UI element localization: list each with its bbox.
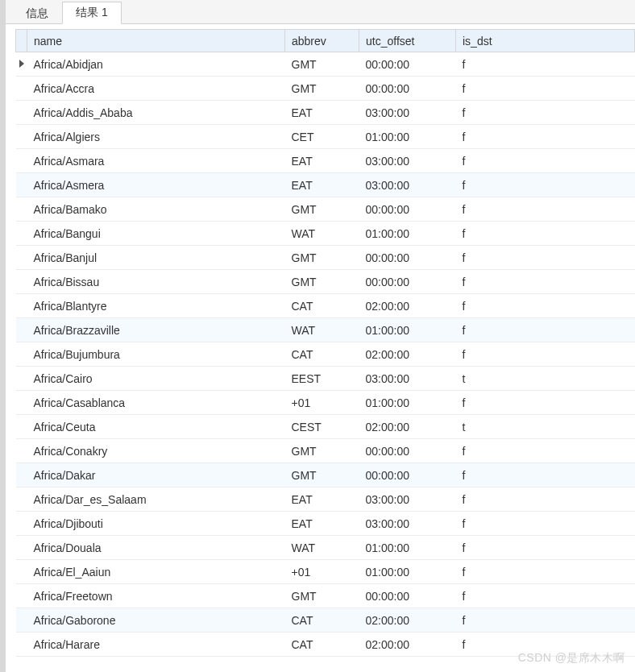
cell-utc_offset[interactable]: 00:00:00 — [359, 246, 456, 270]
cell-utc_offset[interactable]: 01:00:00 — [359, 318, 456, 342]
cell-abbrev[interactable]: CAT — [285, 342, 359, 367]
cell-utc_offset[interactable]: 00:00:00 — [359, 439, 456, 463]
table-row[interactable]: Africa/CeutaCEST02:00:00t — [16, 415, 635, 439]
cell-is_dst[interactable]: t — [456, 367, 635, 391]
table-row[interactable]: Africa/El_Aaiun+0101:00:00f — [16, 560, 635, 584]
cell-is_dst[interactable]: f — [456, 342, 635, 367]
cell-utc_offset[interactable]: 02:00:00 — [359, 342, 456, 367]
table-row[interactable]: Africa/DakarGMT00:00:00f — [16, 463, 635, 487]
cell-utc_offset[interactable]: 01:00:00 — [359, 536, 456, 560]
cell-utc_offset[interactable]: 03:00:00 — [359, 487, 456, 512]
column-header-is-dst[interactable]: is_dst — [456, 30, 635, 52]
cell-is_dst[interactable]: f — [456, 487, 635, 512]
cell-abbrev[interactable]: EAT — [285, 173, 359, 197]
cell-utc_offset[interactable]: 01:00:00 — [359, 391, 456, 415]
cell-is_dst[interactable]: f — [456, 101, 635, 125]
cell-name[interactable]: Africa/Abidjan — [27, 52, 285, 77]
cell-utc_offset[interactable]: 00:00:00 — [359, 584, 456, 608]
cell-abbrev[interactable]: EAT — [285, 487, 359, 512]
column-header-abbrev[interactable]: abbrev — [285, 30, 359, 52]
cell-name[interactable]: Africa/Ceuta — [27, 415, 285, 439]
cell-is_dst[interactable]: f — [456, 463, 635, 487]
cell-is_dst[interactable]: f — [456, 512, 635, 536]
column-header-name[interactable]: name — [27, 30, 285, 52]
cell-is_dst[interactable]: f — [456, 52, 635, 77]
cell-utc_offset[interactable]: 01:00:00 — [359, 222, 456, 246]
cell-name[interactable]: Africa/Bamako — [27, 197, 285, 222]
cell-abbrev[interactable]: EAT — [285, 101, 359, 125]
cell-name[interactable]: Africa/Algiers — [27, 125, 285, 149]
cell-utc_offset[interactable]: 03:00:00 — [359, 512, 456, 536]
cell-utc_offset[interactable]: 01:00:00 — [359, 560, 456, 584]
table-row[interactable]: Africa/DoualaWAT01:00:00f — [16, 536, 635, 560]
table-row[interactable]: Africa/CairoEEST03:00:00t — [16, 367, 635, 391]
cell-utc_offset[interactable]: 02:00:00 — [359, 608, 456, 633]
cell-is_dst[interactable]: f — [456, 270, 635, 294]
cell-abbrev[interactable]: WAT — [285, 536, 359, 560]
cell-name[interactable]: Africa/Douala — [27, 536, 285, 560]
table-row[interactable]: Africa/AbidjanGMT00:00:00f — [16, 52, 635, 77]
cell-abbrev[interactable]: +01 — [285, 560, 359, 584]
cell-name[interactable]: Africa/Asmara — [27, 149, 285, 173]
cell-name[interactable]: Africa/Dar_es_Salaam — [27, 487, 285, 512]
cell-utc_offset[interactable]: 02:00:00 — [359, 294, 456, 318]
cell-abbrev[interactable]: GMT — [285, 270, 359, 294]
cell-utc_offset[interactable]: 02:00:00 — [359, 415, 456, 439]
cell-is_dst[interactable]: t — [456, 415, 635, 439]
table-row[interactable]: Africa/DjiboutiEAT03:00:00f — [16, 512, 635, 536]
cell-is_dst[interactable]: f — [456, 391, 635, 415]
cell-is_dst[interactable]: f — [456, 197, 635, 222]
cell-is_dst[interactable]: f — [456, 222, 635, 246]
table-row[interactable]: Africa/BujumburaCAT02:00:00f — [16, 342, 635, 367]
cell-utc_offset[interactable]: 00:00:00 — [359, 270, 456, 294]
cell-utc_offset[interactable]: 02:00:00 — [359, 633, 456, 657]
table-row[interactable]: Africa/BanjulGMT00:00:00f — [16, 246, 635, 270]
cell-utc_offset[interactable]: 00:00:00 — [359, 197, 456, 222]
cell-utc_offset[interactable]: 00:00:00 — [359, 77, 456, 101]
cell-name[interactable]: Africa/Asmera — [27, 173, 285, 197]
cell-utc_offset[interactable]: 03:00:00 — [359, 367, 456, 391]
cell-is_dst[interactable]: f — [456, 560, 635, 584]
cell-is_dst[interactable]: f — [456, 439, 635, 463]
cell-abbrev[interactable]: CET — [285, 125, 359, 149]
cell-is_dst[interactable]: f — [456, 536, 635, 560]
cell-abbrev[interactable]: WAT — [285, 222, 359, 246]
table-row[interactable]: Africa/FreetownGMT00:00:00f — [16, 584, 635, 608]
cell-abbrev[interactable]: CEST — [285, 415, 359, 439]
cell-name[interactable]: Africa/Addis_Ababa — [27, 101, 285, 125]
cell-is_dst[interactable]: f — [456, 246, 635, 270]
cell-name[interactable]: Africa/Bissau — [27, 270, 285, 294]
cell-name[interactable]: Africa/Freetown — [27, 584, 285, 608]
cell-abbrev[interactable]: WAT — [285, 318, 359, 342]
column-header-marker[interactable] — [16, 30, 27, 52]
table-row[interactable]: Africa/BamakoGMT00:00:00f — [16, 197, 635, 222]
cell-utc_offset[interactable]: 00:00:00 — [359, 463, 456, 487]
tab-result-1[interactable]: 结果 1 — [62, 2, 122, 24]
cell-name[interactable]: Africa/Conakry — [27, 439, 285, 463]
cell-abbrev[interactable]: GMT — [285, 77, 359, 101]
cell-is_dst[interactable]: f — [456, 584, 635, 608]
table-row[interactable]: Africa/BlantyreCAT02:00:00f — [16, 294, 635, 318]
cell-name[interactable]: Africa/Djibouti — [27, 512, 285, 536]
cell-is_dst[interactable]: f — [456, 608, 635, 633]
table-row[interactable]: Africa/HarareCAT02:00:00f — [16, 633, 635, 657]
cell-abbrev[interactable]: CAT — [285, 633, 359, 657]
cell-utc_offset[interactable]: 03:00:00 — [359, 149, 456, 173]
table-row[interactable]: Africa/BrazzavilleWAT01:00:00f — [16, 318, 635, 342]
cell-name[interactable]: Africa/Cairo — [27, 367, 285, 391]
cell-name[interactable]: Africa/Dakar — [27, 463, 285, 487]
cell-abbrev[interactable]: GMT — [285, 463, 359, 487]
table-row[interactable]: Africa/Addis_AbabaEAT03:00:00f — [16, 101, 635, 125]
cell-utc_offset[interactable]: 01:00:00 — [359, 125, 456, 149]
cell-abbrev[interactable]: CAT — [285, 608, 359, 633]
cell-name[interactable]: Africa/Banjul — [27, 246, 285, 270]
column-header-utc-offset[interactable]: utc_offset — [359, 30, 456, 52]
table-row[interactable]: Africa/AsmeraEAT03:00:00f — [16, 173, 635, 197]
cell-name[interactable]: Africa/Blantyre — [27, 294, 285, 318]
cell-abbrev[interactable]: GMT — [285, 584, 359, 608]
cell-name[interactable]: Africa/Accra — [27, 77, 285, 101]
cell-utc_offset[interactable]: 03:00:00 — [359, 173, 456, 197]
cell-name[interactable]: Africa/Gaborone — [27, 608, 285, 633]
cell-is_dst[interactable]: f — [456, 294, 635, 318]
cell-is_dst[interactable]: f — [456, 633, 635, 657]
